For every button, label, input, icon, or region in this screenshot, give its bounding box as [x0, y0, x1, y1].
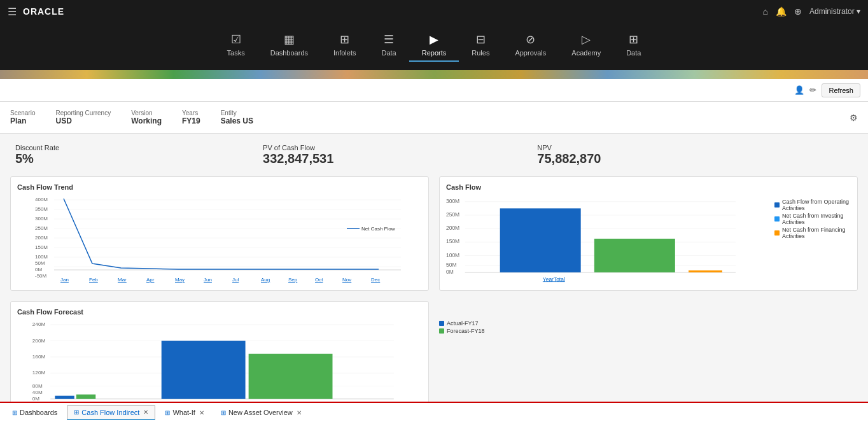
- svg-text:YearTotal: YearTotal: [543, 276, 565, 283]
- svg-text:Apr: Apr: [146, 277, 155, 283]
- entity-value[interactable]: Sales US: [221, 116, 253, 125]
- nav-label-infolets: Infolets: [333, 49, 356, 57]
- svg-text:Net Cash Flow: Net Cash Flow: [361, 226, 395, 232]
- legend-label-operating: Cash Flow from Operating Activities: [782, 199, 851, 211]
- settings-icon[interactable]: ⚙: [850, 113, 858, 123]
- nav-item-tasks[interactable]: ☑ Tasks: [214, 29, 258, 62]
- nav-item-rules[interactable]: ⊟ Rules: [459, 29, 502, 62]
- svg-text:50M: 50M: [446, 262, 456, 268]
- svg-text:250M: 250M: [35, 225, 48, 231]
- legend-dot-investing: [774, 216, 780, 222]
- main-content: Discount Rate 5% PV of Cash Flow 332,847…: [0, 134, 868, 411]
- svg-text:400M: 400M: [35, 197, 48, 202]
- svg-text:200M: 200M: [32, 338, 46, 344]
- legend-item-investing: Net Cash from Investing Activities: [774, 213, 851, 225]
- trend-chart-svg: 400M 350M 300M 250M 200M 150M 100M 50M 0…: [17, 193, 422, 283]
- person-icon[interactable]: 👤: [794, 85, 804, 95]
- svg-text:May: May: [175, 277, 185, 283]
- nav-item-academy[interactable]: ▷ Academy: [559, 29, 613, 62]
- hamburger-menu[interactable]: ☰: [8, 6, 17, 18]
- nav-item-data[interactable]: ☰ Data: [368, 29, 409, 62]
- edit-icon[interactable]: ✏: [809, 85, 816, 95]
- svg-text:Aug: Aug: [261, 277, 270, 283]
- svg-text:100M: 100M: [446, 252, 459, 258]
- tasks-icon: ☑: [231, 32, 241, 46]
- cashflow-chart-title: Cash Flow: [446, 183, 851, 191]
- nav-label-approvals: Approvals: [515, 49, 546, 57]
- dashboards-icon: ▦: [284, 32, 295, 46]
- tab-dashboards-label: Dashboards: [20, 409, 57, 411]
- data2-icon: ⊞: [629, 32, 638, 46]
- legend-item-forecast: Forecast-FY18: [439, 328, 485, 334]
- npv-value: 75,882,870: [537, 151, 601, 166]
- tab-cash-flow-indirect[interactable]: ⊞ Cash Flow Indirect ✕: [67, 405, 155, 411]
- filter-version: Version Working: [131, 109, 162, 125]
- svg-text:Sep: Sep: [288, 277, 298, 283]
- svg-text:Mar: Mar: [118, 277, 127, 283]
- years-value[interactable]: FY19: [182, 116, 200, 125]
- tab-new-asset[interactable]: ⊞ New Asset Overview ✕: [214, 405, 309, 411]
- entity-label: Entity: [221, 109, 253, 116]
- scenario-value[interactable]: Plan: [10, 116, 35, 125]
- svg-rect-49: [689, 271, 722, 272]
- tab-newasset-close[interactable]: ✕: [297, 409, 302, 411]
- svg-text:300M: 300M: [35, 216, 48, 222]
- svg-text:Jun: Jun: [204, 277, 212, 283]
- nav-item-approvals[interactable]: ⊘ Approvals: [502, 29, 559, 62]
- cash-flow-trend-card: Cash Flow Trend 400M 350M 300M 250M 200M…: [10, 176, 429, 291]
- infolets-icon: ⊞: [340, 32, 349, 46]
- toolbar-row: 👤 ✏ Refresh: [0, 79, 868, 102]
- admin-menu[interactable]: Administrator ▾: [809, 7, 860, 16]
- tab-whatif-close[interactable]: ✕: [199, 409, 204, 411]
- filter-years: Years FY19: [182, 109, 200, 125]
- nav-label-rules: Rules: [472, 49, 489, 57]
- nav-item-data2[interactable]: ⊞ Data: [613, 29, 654, 62]
- svg-text:150M: 150M: [35, 244, 48, 250]
- tab-newasset-icon: ⊞: [221, 409, 226, 411]
- svg-text:Jan: Jan: [60, 277, 69, 283]
- svg-text:350M: 350M: [35, 206, 48, 212]
- nav-label-data2: Data: [626, 49, 641, 57]
- bottom-tabs-bar: ⊞ Dashboards ⊞ Cash Flow Indirect ✕ ⊞ Wh…: [0, 402, 868, 411]
- currency-value[interactable]: USD: [55, 116, 111, 125]
- tab-whatif-icon: ⊞: [165, 409, 170, 411]
- reports-icon: ▶: [430, 32, 438, 46]
- npv-label: NPV: [537, 144, 601, 151]
- tab-what-if[interactable]: ⊞ What-If ✕: [158, 405, 211, 411]
- svg-text:0M: 0M: [446, 269, 454, 275]
- refresh-button[interactable]: Refresh: [822, 83, 860, 97]
- svg-rect-47: [500, 208, 581, 272]
- data-icon: ☰: [384, 32, 394, 46]
- svg-rect-67: [249, 354, 333, 399]
- svg-text:150M: 150M: [446, 238, 459, 244]
- oracle-logo: ORACLE: [23, 6, 64, 17]
- home-icon[interactable]: ⌂: [763, 6, 768, 17]
- cashflow-legend: Cash Flow from Operating Activities Net …: [774, 193, 851, 284]
- nav-item-infolets[interactable]: ⊞ Infolets: [321, 29, 368, 62]
- trend-chart-title: Cash Flow Trend: [17, 183, 422, 191]
- svg-rect-66: [162, 341, 246, 399]
- svg-text:Feb: Feb: [89, 277, 98, 283]
- tab-dashboards[interactable]: ⊞ Dashboards: [5, 405, 64, 411]
- svg-text:200M: 200M: [35, 235, 48, 241]
- users-icon[interactable]: ⊕: [794, 6, 802, 17]
- forecast-chart-title: Cash Flow Forecast: [17, 308, 422, 316]
- nav-item-dashboards[interactable]: ▦ Dashboards: [258, 29, 321, 62]
- tab-cashflow-close[interactable]: ✕: [143, 409, 148, 411]
- filter-scenario: Scenario Plan: [10, 109, 35, 125]
- version-value[interactable]: Working: [131, 116, 162, 125]
- legend-item-operating: Cash Flow from Operating Activities: [774, 199, 851, 211]
- nav-item-reports[interactable]: ▶ Reports: [409, 29, 459, 62]
- kpi-row: Discount Rate 5% PV of Cash Flow 332,847…: [10, 144, 858, 166]
- svg-text:200M: 200M: [446, 225, 459, 231]
- svg-text:Oct: Oct: [315, 277, 323, 283]
- svg-rect-48: [594, 239, 675, 272]
- kpi-discount-rate: Discount Rate 5%: [15, 144, 59, 166]
- nav-label-reports: Reports: [422, 49, 447, 57]
- svg-text:100M: 100M: [35, 254, 48, 260]
- svg-rect-64: [55, 396, 74, 399]
- notification-icon[interactable]: 🔔: [776, 6, 787, 17]
- legend-dot-financing: [774, 230, 780, 236]
- academy-icon: ▷: [582, 32, 591, 46]
- svg-text:120M: 120M: [32, 370, 46, 376]
